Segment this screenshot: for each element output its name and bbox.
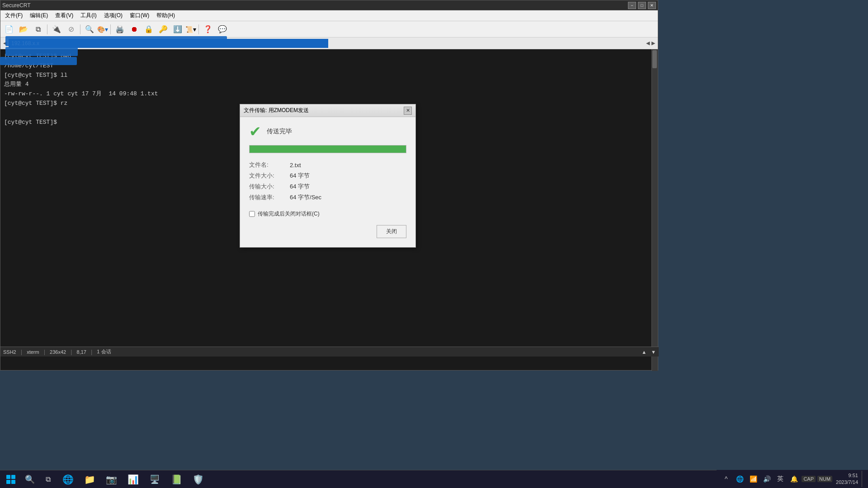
tray-date: 2023/7/14: [836, 479, 858, 486]
start-button[interactable]: [2, 471, 20, 488]
toolbar-sep-4: [198, 24, 199, 34]
scroll-thumb[interactable]: [652, 50, 657, 68]
transfer-size-label: 传输大小:: [249, 181, 290, 192]
dialog-close-btn[interactable]: ✕: [404, 107, 412, 115]
scroll-right-btn[interactable]: ▶: [651, 40, 655, 46]
minimize-button[interactable]: −: [628, 2, 636, 9]
status-bar: SSH2 | xterm | 236x42 | 8,17 | 1 会话 ▲ ▼: [0, 347, 659, 357]
taskbar-app-securecrt[interactable]: 🖥️: [145, 471, 165, 488]
terminal-line-3: [cyt@cyt TEST]$ ll: [4, 71, 648, 80]
scroll-left-btn[interactable]: ◀: [646, 40, 650, 46]
toolbar-print-btn[interactable]: 🖨️: [113, 23, 127, 36]
restore-button[interactable]: □: [638, 2, 646, 9]
toolbar-sep-3: [110, 24, 111, 34]
menu-tools[interactable]: 工具(I): [78, 11, 99, 20]
title-bar: SecureCRT − □ ✕: [0, 0, 658, 10]
tray-lang-label: 英: [777, 475, 783, 483]
status-scroll-up[interactable]: ▲: [642, 349, 646, 355]
toolbar-download-btn[interactable]: ⬇️: [171, 23, 184, 36]
taskbar-app-excel[interactable]: 📗: [166, 471, 186, 488]
terminal-line-5: -rw-rw-r--. 1 cyt cyt 17 7月 14 09:48 1.t…: [4, 89, 648, 99]
menu-bar: 文件(F) 编辑(E) 查看(V) 工具(I) 选项(O) 窗口(W) 帮助(H…: [0, 10, 658, 21]
status-sessions: 1 会话: [97, 348, 111, 355]
menu-help[interactable]: 帮助(H): [154, 11, 178, 20]
status-cursor: 8,17: [77, 349, 86, 355]
toolbar-sep-2: [80, 24, 80, 34]
toolbar-scripts-dropdown[interactable]: 📜▾: [185, 26, 196, 33]
taskbar-task-view-button[interactable]: ⧉: [40, 471, 56, 488]
menu-view[interactable]: 查看(V): [52, 11, 76, 20]
progress-bar-fill: [250, 145, 406, 153]
taskbar-app-files[interactable]: 📁: [80, 471, 99, 488]
redacted-bar-3: [0, 57, 77, 65]
taskbar: 🔍 ⧉ 🌐 📁 📷 📊 🖥️ 📗 🛡️ ^ 🌐 📶 🔊 英 🔔 CAP NUM …: [0, 470, 868, 488]
menu-file[interactable]: 文件(F): [2, 11, 25, 20]
toolbar-color-dropdown[interactable]: 🎨▾: [97, 26, 108, 33]
taskbar-app-explorer[interactable]: 📊: [123, 471, 143, 488]
dialog-close-button[interactable]: 关闭: [377, 225, 406, 238]
toolbar-connect-btn[interactable]: 🔌: [50, 23, 63, 36]
menu-window[interactable]: 窗口(W): [127, 11, 152, 20]
auto-close-checkbox-row: 传输完成后关闭对话框(C): [249, 210, 406, 218]
progress-bar-container: [249, 145, 406, 153]
status-xterm: xterm: [27, 349, 39, 355]
auto-close-label[interactable]: 传输完成后关闭对话框(C): [258, 210, 320, 218]
tray-lang-icon[interactable]: 英: [774, 471, 786, 487]
dialog-success-row: ✔ 传送完毕: [249, 124, 406, 139]
toolbar-upload-btn[interactable]: 🔑: [156, 23, 170, 36]
tray-network-icon[interactable]: 🌐: [734, 471, 745, 487]
tray-wifi-icon[interactable]: 📶: [747, 471, 759, 487]
filename-value: 2.txt: [290, 160, 406, 170]
transfer-dialog: 文件传输: 用ZMODEM发送 ✕ ✔ 传送完毕 文件名: 2.txt 文件大小…: [240, 104, 416, 248]
tray-expand-icon[interactable]: ^: [720, 471, 732, 487]
dialog-title-bar: 文件传输: 用ZMODEM发送 ✕: [240, 104, 415, 117]
transfer-rate-value: 64 字节/Sec: [290, 192, 406, 203]
toolbar-record-btn[interactable]: ⏺: [127, 23, 141, 36]
tray-misc-icon[interactable]: 🔔: [788, 471, 800, 487]
status-scroll-down[interactable]: ▼: [651, 349, 656, 355]
toolbar-clone-btn[interactable]: ⧉: [31, 23, 45, 36]
terminal-line-1: [cyt@cyt TEST]$ pwd: [4, 52, 648, 61]
dialog-body: ✔ 传送完毕 文件名: 2.txt 文件大小: 64 字节 传输大小: 64 字…: [240, 117, 415, 247]
win-logo-q3: [6, 480, 10, 484]
file-info-table: 文件名: 2.txt 文件大小: 64 字节 传输大小: 64 字节 传输速率:…: [249, 160, 406, 203]
dialog-footer: 关闭: [249, 225, 406, 240]
toolbar-search-btn[interactable]: 🔍: [83, 23, 96, 36]
windows-logo: [6, 475, 15, 484]
win-logo-q4: [11, 480, 15, 484]
auto-close-checkbox[interactable]: [249, 211, 255, 217]
menu-edit[interactable]: 编辑(E): [27, 11, 51, 20]
taskbar-search-button[interactable]: 🔍: [22, 471, 38, 488]
win-logo-q1: [6, 475, 10, 479]
num-badge: NUM: [817, 476, 832, 482]
tray-time: 9:51: [836, 472, 858, 479]
taskbar-app-camera[interactable]: 📷: [101, 471, 121, 488]
success-text: 传送完毕: [267, 127, 292, 136]
tray-show-desktop-btn[interactable]: [862, 471, 864, 487]
tray-datetime[interactable]: 9:51 2023/7/14: [834, 472, 860, 486]
toolbar-chat-btn[interactable]: 💬: [216, 23, 229, 36]
filesize-label: 文件大小:: [249, 170, 290, 181]
toolbar-lock-btn[interactable]: 🔒: [142, 23, 156, 36]
toolbar: 📄 📂 ⧉ 🔌 ⊘ 🔍 🎨▾ 🖨️ ⏺ 🔒 🔑 ⬇️ 📜▾ ❓ 💬: [0, 21, 658, 38]
taskbar-app-chrome[interactable]: 🌐: [58, 471, 78, 488]
file-info-row-size: 文件大小: 64 字节: [249, 170, 406, 181]
scroll-bar-right[interactable]: [651, 49, 658, 371]
toolbar-disconnect-btn[interactable]: ⊘: [64, 23, 78, 36]
toolbar-new-btn[interactable]: 📄: [2, 23, 16, 36]
file-info-row-name: 文件名: 2.txt: [249, 160, 406, 170]
toolbar-help-btn[interactable]: ❓: [201, 23, 215, 36]
filesize-value: 64 字节: [290, 170, 406, 181]
window-title: SecureCRT: [2, 2, 30, 9]
taskbar-app-shield[interactable]: 🛡️: [188, 471, 208, 488]
toolbar-open-btn[interactable]: 📂: [17, 23, 30, 36]
dialog-title-text: 文件传输: 用ZMODEM发送: [244, 107, 309, 114]
status-ssh: SSH2: [3, 349, 16, 355]
transfer-rate-label: 传输速率:: [249, 192, 290, 203]
win-logo-q2: [11, 475, 15, 479]
menu-options[interactable]: 选项(O): [101, 11, 125, 20]
close-button-window[interactable]: ✕: [648, 2, 656, 9]
terminal-line-2: /home/cyt/TEST: [4, 61, 648, 71]
file-info-row-transfer-size: 传输大小: 64 字节: [249, 181, 406, 192]
tray-volume-icon[interactable]: 🔊: [761, 471, 773, 487]
